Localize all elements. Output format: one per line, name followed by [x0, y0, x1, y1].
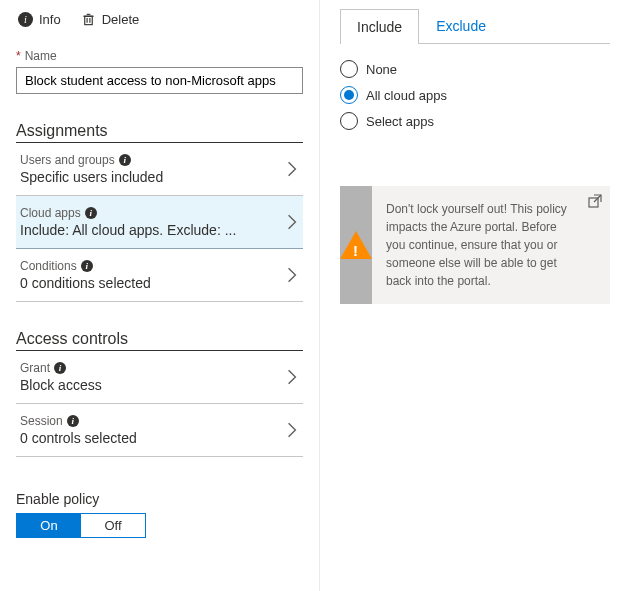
users-and-groups-item[interactable]: Users and groupsi Specific users include…	[16, 143, 303, 196]
warning-icon-column: !	[340, 186, 372, 304]
info-icon: i	[18, 12, 33, 27]
chevron-right-icon	[287, 369, 297, 385]
svg-rect-2	[84, 16, 92, 24]
cloud-apps-item[interactable]: Cloud appsi Include: All cloud apps. Exc…	[16, 196, 303, 249]
policy-pane: i Info Delete * Name Assignments Users a…	[0, 0, 320, 591]
delete-label: Delete	[102, 12, 140, 27]
tab-include[interactable]: Include	[340, 9, 419, 44]
radio-icon	[340, 112, 358, 130]
toggle-on[interactable]: On	[17, 514, 81, 537]
svg-text:i: i	[24, 14, 27, 25]
radio-none[interactable]: None	[340, 60, 610, 78]
warning-text: Don't lock yourself out! This policy imp…	[372, 186, 610, 304]
apps-value: Include: All cloud apps. Exclude: ...	[20, 222, 279, 238]
info-label: Info	[39, 12, 61, 27]
chevron-right-icon	[287, 214, 297, 230]
radio-all-cloud-apps[interactable]: All cloud apps	[340, 86, 610, 104]
access-controls-heading: Access controls	[16, 330, 303, 348]
grant-value: Block access	[20, 377, 279, 393]
warning-callout: ! Don't lock yourself out! This policy i…	[340, 186, 610, 304]
radio-select-apps[interactable]: Select apps	[340, 112, 610, 130]
enable-policy-toggle[interactable]: On Off	[16, 513, 146, 538]
chevron-right-icon	[287, 267, 297, 283]
chevron-right-icon	[287, 422, 297, 438]
name-label: * Name	[16, 49, 303, 63]
info-icon: i	[85, 207, 97, 219]
include-exclude-tabs: Include Exclude	[340, 8, 610, 44]
assignments-heading: Assignments	[16, 122, 303, 140]
trash-icon	[81, 12, 96, 27]
info-icon: i	[119, 154, 131, 166]
enable-policy-label: Enable policy	[16, 491, 303, 507]
cloud-apps-detail: Include Exclude None All cloud apps Sele…	[320, 0, 624, 591]
info-icon: i	[67, 415, 79, 427]
users-value: Specific users included	[20, 169, 279, 185]
grant-item[interactable]: Granti Block access	[16, 351, 303, 404]
warning-triangle-icon: !	[340, 231, 372, 259]
info-icon: i	[81, 260, 93, 272]
info-icon: i	[54, 362, 66, 374]
session-item[interactable]: Sessioni 0 controls selected	[16, 404, 303, 457]
tab-exclude[interactable]: Exclude	[419, 8, 503, 43]
session-value: 0 controls selected	[20, 430, 279, 446]
delete-button[interactable]: Delete	[79, 10, 142, 29]
toolbar: i Info Delete	[16, 10, 303, 29]
chevron-right-icon	[287, 161, 297, 177]
conditions-item[interactable]: Conditionsi 0 conditions selected	[16, 249, 303, 302]
open-external-icon[interactable]	[588, 194, 602, 208]
info-button[interactable]: i Info	[16, 10, 63, 29]
policy-name-input[interactable]	[16, 67, 303, 94]
radio-icon	[340, 60, 358, 78]
radio-icon	[340, 86, 358, 104]
conditions-value: 0 conditions selected	[20, 275, 279, 291]
required-asterisk: *	[16, 49, 21, 63]
toggle-off[interactable]: Off	[81, 514, 145, 537]
